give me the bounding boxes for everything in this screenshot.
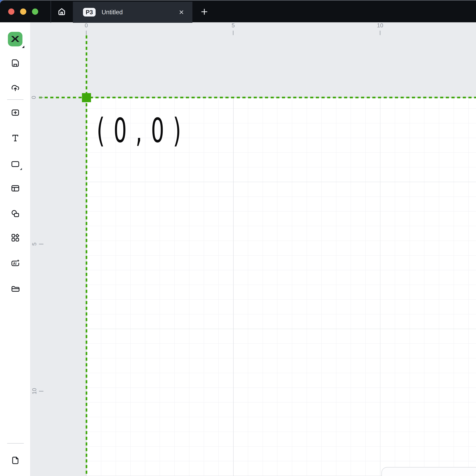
ruler-h-label-0: 0 <box>80 22 92 29</box>
ruler-h-label-10: 10 <box>374 22 386 29</box>
ruler-v-tick-5 <box>39 244 43 244</box>
tab-title: Untitled <box>102 9 123 16</box>
rectangle-tool-icon <box>11 159 20 169</box>
home-icon <box>58 14 66 16</box>
blocks-icon <box>11 233 20 242</box>
tool-ai-button[interactable]: AI <box>11 259 20 268</box>
app-window: P3 Untitled ( 0 , 0 ) 0 5 10 <box>0 0 476 476</box>
sidebar-divider <box>7 99 23 100</box>
traffic-light-close-button[interactable] <box>8 8 15 15</box>
ruler-h-tick-10 <box>380 31 380 35</box>
titlebar-divider <box>51 1 51 23</box>
tool-components-button[interactable] <box>11 233 20 242</box>
traffic-light-minimize-button[interactable] <box>20 8 26 15</box>
tab-page-badge: P3 <box>83 8 96 17</box>
ruler-v-tick-0 <box>39 97 43 98</box>
tool-cloud-upload-button[interactable] <box>11 83 20 92</box>
ruler-v-label-10: 10 <box>31 385 37 397</box>
tool-sidebar: X <box>0 22 31 476</box>
tool-text-button[interactable] <box>11 133 20 143</box>
origin-coordinates-text[interactable]: ( 0 , 0 ) <box>97 114 182 147</box>
tool-save-button[interactable] <box>11 58 20 68</box>
ruler-v-label-0: 0 <box>31 91 37 103</box>
tool-file-library-button[interactable] <box>11 284 20 293</box>
tool-shape-rectangle-button[interactable] <box>11 159 20 169</box>
ai-icon-label: AI <box>13 262 17 265</box>
home-button[interactable] <box>58 7 66 16</box>
tab-close-button[interactable] <box>178 9 185 16</box>
tool-new-page-button[interactable] <box>11 456 20 465</box>
tool-table-layout-button[interactable] <box>11 184 20 193</box>
ruler-h-tick-5 <box>233 31 234 35</box>
canvas-page[interactable] <box>86 97 476 476</box>
ruler-h-label-5: 5 <box>227 22 239 29</box>
document-tab[interactable]: P3 Untitled <box>73 2 192 23</box>
tool-add-new-button[interactable] <box>11 108 20 117</box>
shapes-icon <box>11 209 20 218</box>
x-logo: X <box>11 35 19 43</box>
ruler-v-tick-10 <box>39 391 43 391</box>
origin-horizontal-guide <box>39 97 476 98</box>
sidebar-divider <box>7 443 24 443</box>
ruler-v-label-5: 5 <box>31 238 37 250</box>
corner-caret-icon <box>22 46 24 48</box>
tool-shapes-button[interactable] <box>11 209 20 218</box>
plus-square-icon <box>11 108 20 117</box>
close-icon <box>178 14 185 16</box>
origin-handle[interactable] <box>82 93 91 102</box>
text-tool-icon <box>11 133 20 143</box>
cloud-upload-icon <box>11 83 20 92</box>
ruler-h-tick-0 <box>86 31 86 35</box>
save-icon <box>11 58 20 68</box>
corner-caret-icon <box>20 168 22 170</box>
new-tab-button[interactable] <box>200 8 208 16</box>
app-logo-button[interactable]: X <box>8 32 22 46</box>
document-icon <box>11 456 20 465</box>
table-layout-icon <box>11 184 20 193</box>
bottom-toolbar-edge <box>381 467 476 476</box>
ai-icon: AI <box>11 259 20 268</box>
traffic-light-zoom-button[interactable] <box>32 8 38 15</box>
window-titlebar: P3 Untitled <box>0 0 476 22</box>
plus-icon <box>200 14 208 16</box>
folder-icon <box>11 284 20 293</box>
